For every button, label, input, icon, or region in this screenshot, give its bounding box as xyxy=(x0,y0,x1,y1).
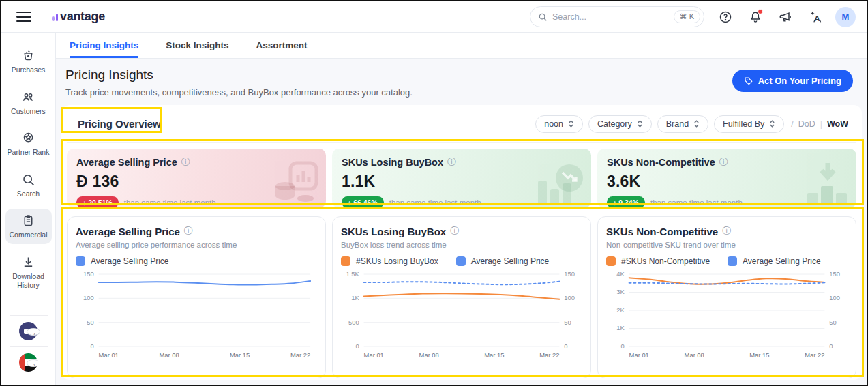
search-nav-icon xyxy=(21,173,35,187)
chevron-right-icon: › xyxy=(27,359,38,367)
svg-text:1K: 1K xyxy=(351,294,359,301)
main-content: Pricing Insights Stock Insights Assortme… xyxy=(56,33,867,385)
svg-text:50: 50 xyxy=(87,318,93,326)
sidebar-item-search[interactable]: Search xyxy=(5,168,52,203)
megaphone-icon xyxy=(779,10,792,24)
user-avatar[interactable]: M xyxy=(835,7,856,27)
chart-legend: #SKUs Non-Competitive Average Selling Pr… xyxy=(606,256,848,266)
category-filter-dropdown[interactable]: Category xyxy=(588,115,652,133)
info-icon[interactable]: ⓘ xyxy=(181,156,190,168)
info-icon[interactable]: ⓘ xyxy=(184,225,193,237)
search-placeholder: Search... xyxy=(552,12,674,22)
search-icon xyxy=(538,12,548,22)
customers-icon xyxy=(21,90,35,104)
chart-subtitle: Non-competitive SKU trend over time xyxy=(606,241,848,249)
svg-text:50: 50 xyxy=(564,318,571,326)
updown-chevron-icon xyxy=(693,119,700,128)
svg-text:100: 100 xyxy=(83,294,94,301)
sidebar-item-commercial[interactable]: Commercial xyxy=(5,209,52,244)
search-shortcut-badge: ⌘ K xyxy=(674,10,700,23)
chart-title: Average Selling Price xyxy=(76,226,180,237)
chart-title: SKUs Losing BuyBox xyxy=(341,226,446,237)
svg-text:Mar 08: Mar 08 xyxy=(685,351,704,359)
svg-text:Mar 22: Mar 22 xyxy=(805,351,824,359)
uae-flag-icon: › xyxy=(19,353,38,372)
info-icon[interactable]: ⓘ xyxy=(447,156,456,168)
svg-text:1K: 1K xyxy=(616,324,625,331)
sidebar-item-label: Search xyxy=(17,190,40,198)
tab-pricing-insights[interactable]: Pricing Insights xyxy=(70,33,138,58)
sidebar-item-download-history[interactable]: Download History xyxy=(5,250,52,294)
tabs-bar: Pricing Insights Stock Insights Assortme… xyxy=(56,33,867,59)
trend-down-watermark-icon xyxy=(534,160,584,205)
marketplace-filter-dropdown[interactable]: noon xyxy=(535,115,583,133)
tag-icon xyxy=(744,76,753,86)
tab-stock-insights[interactable]: Stock Insights xyxy=(166,33,228,58)
search-input[interactable]: Search... ⌘ K xyxy=(530,6,704,27)
page-header: Pricing Insights Track price movements, … xyxy=(56,59,867,105)
chart-subtitle: Average selling price performance across… xyxy=(76,241,317,249)
logo-bars-icon xyxy=(52,14,58,24)
svg-text:1.5K: 1.5K xyxy=(346,270,359,278)
compare-toggle: / DoD | WoW xyxy=(791,119,848,129)
sidebar-item-label: Purchases xyxy=(12,65,46,74)
kpi-compare-text: than same time last month xyxy=(124,198,216,207)
overview-heading: Pricing Overview xyxy=(70,112,169,136)
wow-toggle[interactable]: WoW xyxy=(827,119,848,129)
overview-header-row: Pricing Overview noon Category Brand xyxy=(67,112,856,143)
sidebar-item-customers[interactable]: Customers xyxy=(5,85,52,121)
tab-assortment[interactable]: Assortment xyxy=(256,33,308,58)
info-icon[interactable]: ⓘ xyxy=(719,156,728,168)
purchases-icon xyxy=(21,48,35,63)
svg-text:Mar 08: Mar 08 xyxy=(160,351,179,359)
logo-text: vantage xyxy=(60,10,105,24)
line-chart-skus-non-competitive[interactable]: 4K3K2K1K0150100500Mar 01Mar 08Mar 15Mar … xyxy=(606,269,848,361)
svg-text:100: 100 xyxy=(564,294,575,301)
org-switcher[interactable]: › xyxy=(10,315,48,346)
updown-chevron-icon xyxy=(637,119,643,128)
svg-text:Mar 01: Mar 01 xyxy=(629,351,649,359)
language-button[interactable]: A xyxy=(805,7,826,27)
info-icon[interactable]: ⓘ xyxy=(722,225,731,237)
svg-text:3K: 3K xyxy=(616,288,625,295)
svg-text:Mar 15: Mar 15 xyxy=(484,351,504,359)
coins-chart-watermark-icon xyxy=(270,159,319,205)
sidebar-item-label: Download History xyxy=(7,272,50,289)
help-icon xyxy=(719,10,732,24)
announcements-button[interactable] xyxy=(775,7,796,27)
svg-text:0: 0 xyxy=(829,342,833,350)
help-button[interactable] xyxy=(715,7,736,27)
translate-icon: A xyxy=(809,10,823,24)
line-chart-skus-losing-buybox[interactable]: 1.5K1K5000150100500Mar 01Mar 08Mar 15Mar… xyxy=(341,269,582,361)
app-logo: vantage xyxy=(52,10,105,24)
dod-toggle[interactable]: DoD xyxy=(798,119,815,129)
hamburger-menu-icon[interactable] xyxy=(16,12,31,23)
org-logo-icon: › xyxy=(19,322,38,340)
chart-title: SKUs Non-Competitive xyxy=(606,226,718,237)
country-switcher-uae[interactable]: › xyxy=(10,346,48,378)
svg-text:0: 0 xyxy=(355,342,359,350)
svg-text:150: 150 xyxy=(83,270,94,278)
brand-filter-dropdown[interactable]: Brand xyxy=(657,115,708,133)
sidebar-item-label: Partner Rank xyxy=(8,148,50,157)
info-icon[interactable]: ⓘ xyxy=(450,225,459,237)
legend-swatch xyxy=(456,256,466,266)
kpi-change-badge: ↓ 20.51% xyxy=(76,196,119,208)
notification-dot xyxy=(758,9,763,14)
fulfilled-by-filter-dropdown[interactable]: Fulfilled By xyxy=(714,115,784,133)
sidebar-item-purchases[interactable]: Purchases xyxy=(5,44,52,79)
svg-text:Mar 15: Mar 15 xyxy=(230,351,250,359)
act-on-pricing-button[interactable]: Act On Your Pricing xyxy=(732,70,853,92)
sidebar-item-partner-rank[interactable]: Partner Rank xyxy=(5,126,52,162)
notifications-button[interactable] xyxy=(745,7,766,27)
svg-text:Mar 22: Mar 22 xyxy=(539,351,559,359)
line-chart-average-selling-price[interactable]: 150100500Mar 01Mar 08Mar 15Mar 22 xyxy=(76,269,317,361)
kpi-card-skus-losing-buybox: SKUs Losing BuyBoxⓘ 1.1K ↑ 66.46% than s… xyxy=(332,149,591,208)
svg-text:100: 100 xyxy=(829,294,840,301)
kpi-change-badge: ↑ 9.34% xyxy=(607,196,645,208)
svg-text:2K: 2K xyxy=(616,306,625,314)
kpi-title: Average Selling Price xyxy=(76,157,177,168)
svg-text:50: 50 xyxy=(829,318,836,326)
kpi-change-badge: ↑ 66.46% xyxy=(342,196,384,208)
legend-swatch xyxy=(606,256,616,266)
